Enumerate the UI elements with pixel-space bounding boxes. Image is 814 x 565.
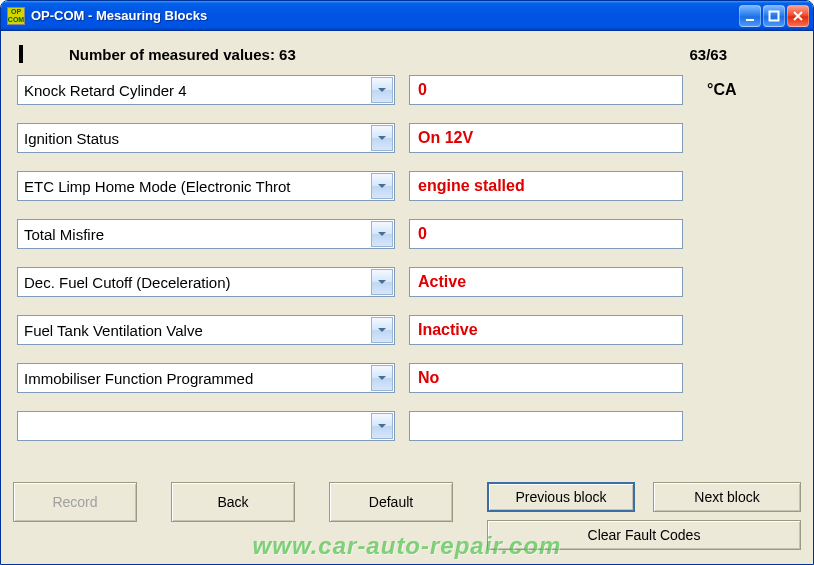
value-box: No	[409, 363, 683, 393]
value-box: 0	[409, 219, 683, 249]
chevron-down-icon[interactable]	[371, 173, 393, 199]
window-buttons	[739, 5, 809, 27]
value-box	[409, 411, 683, 441]
parameter-label: Dec. Fuel Cutoff (Deceleration)	[24, 274, 370, 291]
parameter-combo[interactable]: Knock Retard Cylinder 4	[17, 75, 395, 105]
clear-fault-codes-button[interactable]: Clear Fault Codes	[487, 520, 801, 550]
parameter-label: Immobiliser Function Programmed	[24, 370, 370, 387]
chevron-down-icon[interactable]	[371, 365, 393, 391]
close-button[interactable]	[787, 5, 809, 27]
minimize-button[interactable]	[739, 5, 761, 27]
unit-label: °CA	[697, 81, 757, 99]
default-button[interactable]: Default	[329, 482, 453, 522]
value-box: On 12V	[409, 123, 683, 153]
chevron-down-icon[interactable]	[371, 413, 393, 439]
value-box: Active	[409, 267, 683, 297]
titlebar: OP COM OP-COM - Mesauring Blocks	[1, 1, 813, 31]
app-window: OP COM OP-COM - Mesauring Blocks Number …	[0, 0, 814, 565]
measurement-row: Immobiliser Function ProgrammedNo	[17, 363, 797, 393]
chevron-down-icon[interactable]	[371, 221, 393, 247]
page-counter: 63/63	[689, 46, 795, 63]
value-box: 0	[409, 75, 683, 105]
previous-block-button[interactable]: Previous block	[487, 482, 635, 512]
app-icon: OP COM	[7, 7, 25, 25]
parameter-label: ETC Limp Home Mode (Electronic Throt	[24, 178, 370, 195]
measurement-rows: Knock Retard Cylinder 40°CAIgnition Stat…	[13, 75, 801, 441]
parameter-combo[interactable]: Ignition Status	[17, 123, 395, 153]
parameter-combo[interactable]: Immobiliser Function Programmed	[17, 363, 395, 393]
chevron-down-icon[interactable]	[371, 317, 393, 343]
parameter-combo[interactable]: Total Misfire	[17, 219, 395, 249]
next-block-button[interactable]: Next block	[653, 482, 801, 512]
header-line: Number of measured values: 63 63/63	[13, 41, 801, 75]
parameter-label: Ignition Status	[24, 130, 370, 147]
measurement-row: Ignition StatusOn 12V	[17, 123, 797, 153]
window-title: OP-COM - Mesauring Blocks	[31, 8, 739, 23]
parameter-combo[interactable]	[17, 411, 395, 441]
parameter-label: Fuel Tank Ventilation Valve	[24, 322, 370, 339]
svg-rect-1	[770, 11, 779, 20]
back-button[interactable]: Back	[171, 482, 295, 522]
chevron-down-icon[interactable]	[371, 125, 393, 151]
value-box: Inactive	[409, 315, 683, 345]
chevron-down-icon[interactable]	[371, 269, 393, 295]
client-area: Number of measured values: 63 63/63 Knoc…	[1, 31, 813, 564]
measured-values-label: Number of measured values: 63	[69, 46, 296, 63]
record-button[interactable]: Record	[13, 482, 137, 522]
right-button-group: Previous block Next block Clear Fault Co…	[487, 482, 801, 550]
measurement-row: Knock Retard Cylinder 40°CA	[17, 75, 797, 105]
parameter-combo[interactable]: Fuel Tank Ventilation Valve	[17, 315, 395, 345]
parameter-label: Knock Retard Cylinder 4	[24, 82, 370, 99]
measurement-row: Total Misfire0	[17, 219, 797, 249]
measurement-row: Fuel Tank Ventilation ValveInactive	[17, 315, 797, 345]
chevron-down-icon[interactable]	[371, 77, 393, 103]
parameter-label: Total Misfire	[24, 226, 370, 243]
caret-mark	[19, 45, 23, 63]
maximize-button[interactable]	[763, 5, 785, 27]
measurement-row	[17, 411, 797, 441]
bottom-bar: Record Back Default Previous block Next …	[13, 482, 801, 550]
measurement-row: ETC Limp Home Mode (Electronic Throtengi…	[17, 171, 797, 201]
svg-rect-0	[746, 19, 754, 21]
parameter-combo[interactable]: Dec. Fuel Cutoff (Deceleration)	[17, 267, 395, 297]
value-box: engine stalled	[409, 171, 683, 201]
measurement-row: Dec. Fuel Cutoff (Deceleration)Active	[17, 267, 797, 297]
parameter-combo[interactable]: ETC Limp Home Mode (Electronic Throt	[17, 171, 395, 201]
